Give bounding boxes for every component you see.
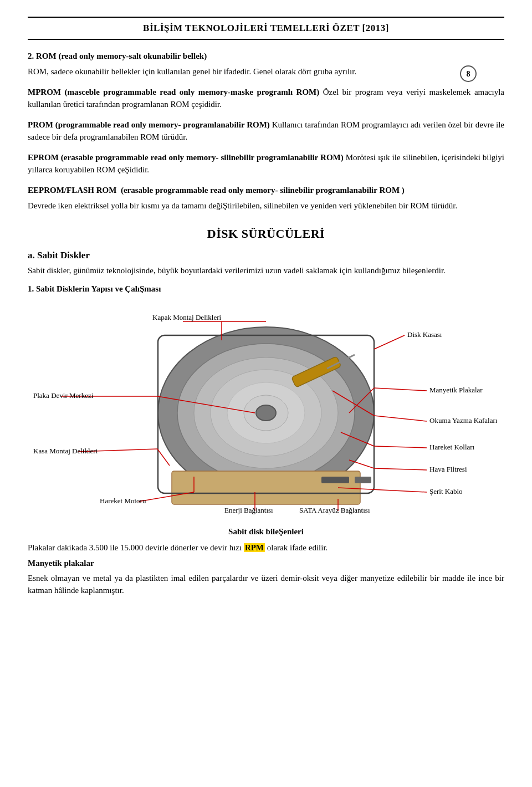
rom-section: 2. ROM (read only memory-salt okunabilir… xyxy=(28,50,504,78)
label-plaka-devir: Plaka Devir Merkezi xyxy=(33,391,94,400)
eeprom-label: EEPROM/FLASH ROM xyxy=(28,186,116,195)
svg-rect-10 xyxy=(321,477,349,483)
manyetik-text: Esnek olmayan ve metal ya da plastikten … xyxy=(28,572,504,597)
eeprom-text: Devrede iken elektriksel yolla bir kısmı… xyxy=(28,200,504,212)
label-enerji: Enerji Bağlantısı xyxy=(224,506,273,514)
page-header: BİLİŞİM TEKNOLOJİLERİ TEMELLERİ ÖZET [20… xyxy=(28,17,504,40)
disk-diagram-svg: Kapak Montaj Delikleri Disk Kasası Plaka… xyxy=(28,305,504,515)
label-serit-kablo: Şerit Kablo xyxy=(429,487,463,495)
rom-heading: 2. ROM (read only memory-salt okunabilir… xyxy=(28,52,207,60)
svg-line-23 xyxy=(157,449,170,466)
label-manyetik-plakalar: Manyetik Plakalar xyxy=(429,386,483,394)
eprom-label: EPROM (erasable programmable read only m… xyxy=(28,153,344,162)
svg-line-26 xyxy=(374,468,427,470)
svg-rect-9 xyxy=(172,471,360,504)
label-hava-filtresi: Hava Filtresi xyxy=(429,465,467,473)
label-okuma-yazma: Okuma Yazma Kafaları xyxy=(429,416,498,425)
eeprom-label2: (erasable programmable read only memory-… xyxy=(121,186,405,195)
svg-rect-11 xyxy=(355,477,371,483)
rpm-text-before: Plakalar dakikada 3.500 ile 15.000 devir… xyxy=(28,543,244,552)
sabit-diskler-text: Sabit diskler, günümüz teknolojisinde, b… xyxy=(28,264,504,277)
label-sata: SATA Arayüz Bağlantısı xyxy=(299,506,370,514)
disk-heading: DİSK SÜRÜCÜLERİ xyxy=(28,224,504,243)
label-kapak-montaj: Kapak Montaj Delikleri xyxy=(152,313,222,321)
sabit-disk-yapisi-heading: 1. Sabit Disklerin Yapısı ve ÇalıŞması xyxy=(28,283,504,295)
mprom-section: MPROM (masceble programmable read only m… xyxy=(28,86,504,111)
rpm-text-after: olarak ifade edilir. xyxy=(265,543,328,552)
svg-line-24 xyxy=(374,446,427,448)
page-number: 8 xyxy=(460,65,477,82)
sabit-diskler-heading: a. Sabit Diskler xyxy=(28,248,504,263)
disk-diagram: Kapak Montaj Delikleri Disk Kasası Plaka… xyxy=(28,305,504,515)
prom-section: PROM (programmable read only memory- pro… xyxy=(28,119,504,144)
label-hareket-motoru: Hareket Motoru xyxy=(100,497,146,505)
label-disk-kasasi: Disk Kasası xyxy=(407,330,442,339)
rpm-paragraph: Plakalar dakikada 3.500 ile 15.000 devir… xyxy=(28,541,504,554)
svg-line-18 xyxy=(374,388,427,391)
svg-point-6 xyxy=(256,405,276,421)
rom-intro: ROM, sadece okunabilir bellekler için ku… xyxy=(28,65,504,78)
mprom-label: MPROM (masceble programmable read only m… xyxy=(28,88,319,96)
label-hareket-kollari: Hareket Kolları xyxy=(429,443,475,451)
eprom-section: EPROM (erasable programmable read only m… xyxy=(28,151,504,176)
manyetik-heading: Manyetik plakalar xyxy=(28,557,504,570)
svg-line-15 xyxy=(374,335,405,349)
label-kasa-montaj: Kasa Montaj Delikleri xyxy=(33,447,98,455)
sabit-disk-components-label: Sabit disk bileŞenleri xyxy=(28,525,504,538)
svg-line-20 xyxy=(374,416,427,421)
eeprom-section: EEPROM/FLASH ROM (erasable programmable … xyxy=(28,184,504,212)
rpm-highlight: RPM xyxy=(244,543,265,552)
prom-label: PROM (programmable read only memory- pro… xyxy=(28,120,270,129)
header-title: BİLİŞİM TEKNOLOJİLERİ TEMELLERİ ÖZET [20… xyxy=(143,23,389,33)
